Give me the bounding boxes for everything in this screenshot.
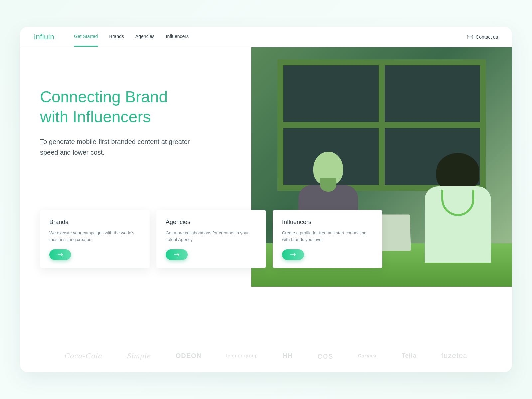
contact-link[interactable]: Contact us (467, 34, 498, 40)
nav-influencers[interactable]: Influencers (166, 27, 189, 47)
arrow-right-icon (290, 253, 296, 256)
card-desc: We execute your campaigns with the world… (49, 230, 140, 243)
card-influencers: Influencers Create a profile for free an… (273, 210, 382, 268)
logo-telenor: telenor group (226, 353, 258, 358)
nav-brands[interactable]: Brands (109, 27, 124, 47)
logo-cocacola: Coca-Cola (65, 351, 102, 360)
card-agencies-cta[interactable] (166, 249, 188, 260)
nav-agencies[interactable]: Agencies (135, 27, 155, 47)
arrow-right-icon (57, 253, 63, 256)
logo[interactable]: influin (34, 33, 54, 41)
card-agencies: Agencies Get more collaborations for cre… (156, 210, 266, 268)
brand-logos-strip: Coca-Cola Simple ODEON telenor group HH … (20, 339, 512, 372)
card-title: Brands (49, 219, 140, 226)
top-nav: influin Get Started Brands Agencies Infl… (20, 27, 512, 47)
logo-hh: HH (283, 352, 293, 360)
card-brands-cta[interactable] (49, 249, 71, 260)
card-title: Influencers (282, 219, 373, 226)
app-frame: influin Get Started Brands Agencies Infl… (20, 27, 512, 372)
nav-get-started[interactable]: Get Started (74, 27, 98, 47)
logo-fuzetea: fuzetea (441, 351, 467, 360)
mail-icon (467, 35, 473, 39)
logo-telia: Telia (402, 352, 417, 359)
card-desc: Get more collaborations for creators in … (166, 230, 257, 243)
headline-line1: Connecting Brand (40, 88, 168, 106)
headline-line2: with Influencers (40, 108, 151, 126)
card-desc: Create a profile for free and start conn… (282, 230, 373, 243)
card-title: Agencies (166, 219, 257, 226)
arrow-right-icon (174, 253, 180, 256)
headline: Connecting Brand with Influencers (40, 87, 276, 127)
contact-label: Contact us (476, 34, 498, 40)
logo-simple: Simple (127, 351, 151, 360)
logo-odeon: ODEON (176, 352, 201, 360)
logo-carmex: Carmex (358, 353, 377, 358)
svg-rect-0 (467, 35, 473, 39)
subheadline: To generate mobile-first branded content… (40, 136, 200, 158)
hero-section: Connecting Brand with Influencers To gen… (20, 47, 512, 339)
card-influencers-cta[interactable] (282, 249, 304, 260)
feature-cards: Brands We execute your campaigns with th… (40, 210, 382, 268)
logo-eos: eos (318, 351, 333, 361)
nav-links: Get Started Brands Agencies Influencers (74, 27, 189, 47)
hero-copy: Connecting Brand with Influencers To gen… (20, 47, 276, 339)
card-brands: Brands We execute your campaigns with th… (40, 210, 150, 268)
